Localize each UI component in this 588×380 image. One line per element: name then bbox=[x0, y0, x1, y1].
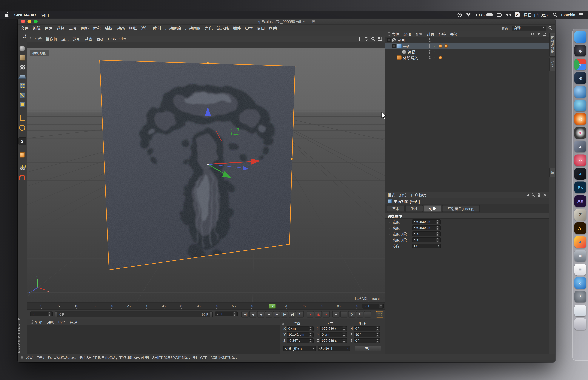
zoom-button[interactable] bbox=[34, 19, 38, 23]
menu-窗口[interactable]: 窗口 bbox=[257, 25, 265, 31]
dock-icon-photoshop[interactable]: Ps bbox=[574, 182, 586, 193]
edges-mode-button[interactable] bbox=[18, 91, 26, 99]
om-menu-标签[interactable]: 标签 bbox=[438, 31, 446, 37]
size-z-field[interactable]: 670.539 cm bbox=[320, 338, 347, 343]
next-key-button[interactable]: |▶ bbox=[281, 311, 288, 318]
om-menu-文件[interactable]: 文件 bbox=[392, 31, 399, 37]
anim-toggle-icon[interactable] bbox=[388, 226, 391, 229]
menu-网格[interactable]: 网格 bbox=[81, 25, 89, 31]
dock-icon-share-arrow[interactable]: → bbox=[574, 305, 586, 316]
right-handle-dot[interactable] bbox=[291, 158, 293, 160]
position-z-field[interactable]: -6.347 cm bbox=[287, 338, 314, 343]
play-button[interactable]: ▶ bbox=[265, 311, 272, 318]
keyboard-icon[interactable] bbox=[497, 13, 502, 16]
panel-grip-icon[interactable] bbox=[21, 355, 23, 360]
menu-创建[interactable]: 创建 bbox=[45, 25, 53, 31]
menu-渲染[interactable]: 渲染 bbox=[141, 25, 149, 31]
enabled-check[interactable]: ✓ bbox=[433, 50, 437, 54]
menu-流水线[interactable]: 流水线 bbox=[217, 25, 229, 31]
enabled-check[interactable]: ✓ bbox=[433, 56, 437, 60]
stepper-icon[interactable] bbox=[436, 238, 439, 242]
timeline-ruler[interactable]: 66 66 F 05101520253035404550556070758085… bbox=[27, 303, 385, 309]
tab-坐标[interactable]: 坐标 bbox=[405, 205, 423, 212]
panel-grip-icon[interactable] bbox=[388, 32, 391, 36]
dock-icon-steam[interactable]: ◉ bbox=[574, 72, 586, 84]
tab-对象[interactable]: 对象 bbox=[424, 205, 442, 212]
side-tab-内容浏览器[interactable]: 内容浏览器 bbox=[549, 33, 555, 57]
start-frame-field[interactable]: 0 F bbox=[30, 312, 53, 317]
record-keyframe-button[interactable]: ● bbox=[307, 311, 314, 318]
rotation-h-field[interactable]: 0 ° bbox=[354, 326, 381, 331]
minimize-button[interactable] bbox=[27, 19, 31, 23]
viewport-menu-显示[interactable]: 显示 bbox=[61, 36, 69, 42]
dock-icon-affinity-designer[interactable]: ▲ bbox=[574, 168, 586, 180]
keyframe-selection-button[interactable] bbox=[376, 311, 383, 318]
gear-icon[interactable] bbox=[543, 193, 547, 197]
mac-menu-窗口[interactable]: 窗口 bbox=[41, 12, 49, 18]
materials-tab-创建[interactable]: 创建 bbox=[35, 320, 42, 325]
range-end-grip[interactable] bbox=[210, 312, 213, 317]
dock-icon-trash[interactable] bbox=[574, 318, 586, 330]
materials-tab-编辑[interactable]: 编辑 bbox=[46, 320, 54, 325]
viewport-menu-面板[interactable]: 面板 bbox=[96, 36, 104, 42]
anim-toggle-icon[interactable] bbox=[388, 238, 391, 241]
gizmo-center[interactable] bbox=[207, 163, 209, 165]
object-空白[interactable]: −空白 bbox=[385, 37, 549, 43]
materials-tab-纹理[interactable]: 纹理 bbox=[70, 320, 77, 325]
stepper-icon[interactable] bbox=[48, 312, 51, 316]
dock-icon-3d-viewer[interactable] bbox=[574, 99, 586, 111]
home-icon[interactable] bbox=[543, 32, 547, 36]
previous-key-button[interactable]: ◀| bbox=[249, 311, 256, 318]
om-menu-书签[interactable]: 书签 bbox=[450, 31, 458, 37]
current-frame-marker[interactable]: 66 bbox=[269, 304, 276, 309]
dock-icon-racing-game[interactable]: ● bbox=[574, 236, 586, 248]
volume-icon[interactable] bbox=[506, 13, 511, 17]
workplane-mode-button[interactable] bbox=[18, 73, 26, 81]
side-tab-构造[interactable]: 构造 bbox=[549, 58, 555, 71]
menu-工具[interactable]: 工具 bbox=[69, 25, 77, 31]
rotation-b-field[interactable]: 0 ° bbox=[354, 338, 381, 343]
expander-icon[interactable]: − bbox=[392, 44, 396, 48]
materials-tab-功能[interactable]: 功能 bbox=[58, 320, 65, 325]
interface-dropdown[interactable]: 启动 ▾ bbox=[512, 25, 546, 30]
stepper-icon[interactable] bbox=[342, 338, 346, 342]
solo-mode-button[interactable] bbox=[18, 124, 26, 132]
stepper-icon[interactable] bbox=[309, 338, 312, 342]
control-list-icon[interactable] bbox=[579, 13, 584, 16]
menu-插件[interactable]: 插件 bbox=[233, 25, 241, 31]
viewport-canvas[interactable]: Y X Z bbox=[27, 48, 385, 303]
tab-基本[interactable]: 基本 bbox=[387, 205, 405, 212]
input-source-badge[interactable]: A bbox=[515, 12, 520, 17]
dock-icon-settings-utility[interactable]: * bbox=[574, 291, 586, 303]
dock-icon-notes[interactable]: ≡ bbox=[574, 264, 586, 275]
viewport-menu-摄像机[interactable]: 摄像机 bbox=[46, 36, 57, 42]
menu-动画[interactable]: 动画 bbox=[117, 25, 125, 31]
enabled-check[interactable]: ✓ bbox=[433, 44, 437, 48]
menubar-clock[interactable]: 周日 下午3:27 bbox=[524, 12, 548, 18]
menu-雕刻[interactable]: 雕刻 bbox=[153, 25, 161, 31]
polygons-mode-button[interactable] bbox=[18, 101, 26, 109]
om-menu-对象[interactable]: 对象 bbox=[427, 31, 434, 37]
viewport-menu-选项[interactable]: 选项 bbox=[73, 36, 80, 42]
menu-编辑[interactable]: 编辑 bbox=[33, 25, 41, 31]
stepper-icon[interactable] bbox=[379, 304, 382, 308]
attr-value-field[interactable]: 670.539 cm bbox=[412, 225, 441, 230]
previous-frame-button[interactable]: ◀ bbox=[257, 311, 264, 318]
lock-icon[interactable] bbox=[537, 193, 541, 197]
menu-运动跟踪[interactable]: 运动跟踪 bbox=[165, 25, 181, 31]
stepper-icon[interactable] bbox=[436, 220, 439, 224]
anim-toggle-icon[interactable] bbox=[388, 245, 391, 247]
dock-icon-launchpad[interactable]: ◆ bbox=[574, 45, 586, 57]
filter-icon[interactable] bbox=[537, 32, 541, 36]
apple-logo-icon[interactable] bbox=[4, 12, 9, 17]
attr-value-field[interactable]: 500 bbox=[412, 231, 441, 236]
paint-setup-button[interactable] bbox=[18, 151, 26, 159]
dock-icon-finder[interactable] bbox=[574, 31, 586, 43]
dock-icon-zbrush[interactable]: Z bbox=[574, 209, 586, 221]
play-mode-loop-button[interactable]: ↻ bbox=[297, 311, 304, 318]
record-rotation-button[interactable]: ↻ bbox=[348, 311, 355, 318]
preview-range-slider[interactable]: 0 F 90 F bbox=[55, 312, 213, 317]
visibility-toggles[interactable] bbox=[429, 56, 431, 59]
autokeying-button[interactable]: ◉ bbox=[315, 311, 322, 318]
position-y-field[interactable]: 101.42 cm bbox=[287, 332, 314, 337]
